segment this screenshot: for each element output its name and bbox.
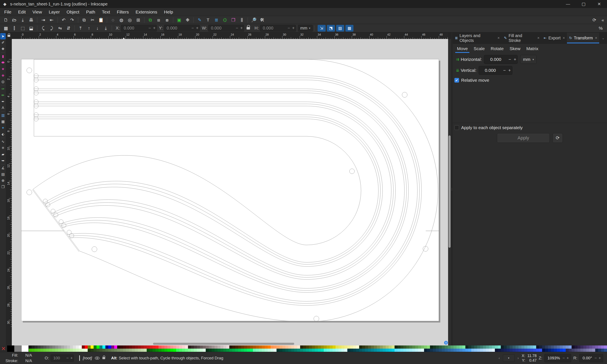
palette-swatch[interactable] bbox=[32, 345, 35, 349]
palette-swatch[interactable] bbox=[589, 349, 592, 352]
palette-swatch[interactable] bbox=[383, 349, 386, 352]
palette-swatch[interactable] bbox=[111, 345, 114, 349]
palette-swatch[interactable] bbox=[38, 345, 40, 349]
palette-swatch[interactable] bbox=[76, 349, 79, 352]
palette-swatch[interactable] bbox=[572, 349, 575, 352]
scale-stroke-toggle[interactable]: ⇲ bbox=[318, 25, 326, 32]
menu-text[interactable]: Text bbox=[99, 9, 113, 15]
palette-swatch[interactable] bbox=[592, 345, 595, 349]
palette-swatch[interactable] bbox=[211, 345, 214, 349]
palette-swatch[interactable] bbox=[67, 345, 70, 349]
transform-tab-rotate[interactable]: Rotate bbox=[488, 45, 506, 53]
palette-swatch[interactable] bbox=[67, 349, 70, 352]
palette-swatch[interactable] bbox=[58, 349, 61, 352]
palette-swatch[interactable] bbox=[557, 349, 560, 352]
lower-icon[interactable]: ↓ bbox=[93, 25, 102, 32]
lock-ratio-icon[interactable] bbox=[247, 27, 250, 29]
palette-swatch[interactable] bbox=[406, 349, 409, 352]
palette-swatch[interactable] bbox=[347, 345, 350, 349]
palette-swatch[interactable] bbox=[495, 349, 498, 352]
create-clone-icon[interactable]: ⧈ bbox=[155, 17, 163, 23]
palette-swatch[interactable] bbox=[120, 349, 123, 352]
palette-swatch[interactable] bbox=[300, 345, 303, 349]
palette-swatch[interactable] bbox=[415, 349, 418, 352]
palette-swatch[interactable] bbox=[129, 345, 132, 349]
h-field-plus[interactable]: + bbox=[291, 26, 296, 31]
palette-swatch[interactable] bbox=[170, 349, 173, 352]
palette-swatch[interactable] bbox=[380, 349, 383, 352]
relative-move-row[interactable]: ✔ Relative move bbox=[454, 78, 607, 83]
palette-swatch[interactable] bbox=[315, 349, 318, 352]
palette-swatch[interactable] bbox=[347, 349, 350, 352]
palette-swatch[interactable] bbox=[244, 345, 247, 349]
palette-swatch[interactable] bbox=[392, 349, 395, 352]
palette-swatch[interactable] bbox=[191, 345, 194, 349]
palette-swatch[interactable] bbox=[241, 345, 244, 349]
palette-swatch[interactable] bbox=[397, 345, 400, 349]
palette-swatch[interactable] bbox=[468, 345, 471, 349]
palette-swatch[interactable] bbox=[409, 349, 412, 352]
node-tool[interactable]: ✐ bbox=[0, 39, 6, 46]
palette-swatch[interactable] bbox=[548, 345, 551, 349]
palette-swatch[interactable] bbox=[515, 345, 518, 349]
palette-swatch[interactable] bbox=[64, 349, 67, 352]
palette-swatch[interactable] bbox=[439, 349, 442, 352]
palette-swatch[interactable] bbox=[421, 345, 424, 349]
palette-swatch[interactable] bbox=[259, 349, 262, 352]
palette-swatch[interactable] bbox=[563, 345, 566, 349]
palette-swatch[interactable] bbox=[471, 345, 474, 349]
palette-swatch[interactable] bbox=[312, 349, 315, 352]
dock-tab-transform[interactable]: ↻Transform× bbox=[567, 33, 599, 43]
palette-swatch[interactable] bbox=[197, 345, 200, 349]
palette-swatch[interactable] bbox=[524, 345, 527, 349]
transform-tab-move[interactable]: Move bbox=[455, 45, 470, 53]
palette-swatch[interactable] bbox=[46, 349, 49, 352]
x-field-plus[interactable]: + bbox=[152, 26, 157, 31]
palette-swatch[interactable] bbox=[362, 345, 365, 349]
palette-swatch[interactable] bbox=[374, 349, 377, 352]
palette-swatch[interactable] bbox=[294, 349, 297, 352]
palette-swatch[interactable] bbox=[179, 349, 182, 352]
rotation-plus-button[interactable]: + bbox=[598, 356, 602, 360]
rotate-view-icon[interactable]: ⟳ bbox=[590, 17, 599, 23]
palette-swatch[interactable] bbox=[279, 349, 282, 352]
palette-swatch[interactable] bbox=[64, 345, 67, 349]
redo-icon[interactable]: ↷ bbox=[68, 17, 76, 23]
relative-move-checkbox[interactable]: ✔ bbox=[454, 78, 459, 83]
palette-swatch[interactable] bbox=[513, 349, 515, 352]
palette-swatch[interactable] bbox=[342, 349, 344, 352]
palette-swatch[interactable] bbox=[386, 349, 389, 352]
palette-swatch[interactable] bbox=[507, 349, 510, 352]
vertical-value[interactable]: 0.000 bbox=[479, 68, 502, 73]
palette-swatch[interactable] bbox=[583, 345, 586, 349]
palette-swatch[interactable] bbox=[321, 345, 324, 349]
palette-swatch[interactable] bbox=[424, 345, 427, 349]
palette-swatch[interactable] bbox=[271, 345, 274, 349]
palette-swatch[interactable] bbox=[49, 349, 52, 352]
palette-swatch[interactable] bbox=[82, 345, 85, 349]
palette-swatch[interactable] bbox=[386, 345, 389, 349]
close-button[interactable]: ✕ bbox=[591, 0, 607, 8]
palette-swatch[interactable] bbox=[498, 349, 501, 352]
palette-swatch[interactable] bbox=[70, 349, 73, 352]
select-all-icon[interactable]: ▩ bbox=[2, 25, 10, 32]
palette-swatch[interactable] bbox=[344, 345, 347, 349]
palette-swatch[interactable] bbox=[93, 345, 96, 349]
rotate-cw-icon[interactable]: ⤸ bbox=[47, 25, 56, 32]
snap-indicator-icon[interactable]: ⊙ bbox=[444, 341, 448, 345]
palette-swatch[interactable] bbox=[277, 345, 279, 349]
y-field-plus[interactable]: + bbox=[195, 26, 199, 31]
palette-swatch[interactable] bbox=[592, 349, 595, 352]
w-field-minus[interactable]: − bbox=[235, 26, 239, 31]
dock-overflow-chevron[interactable]: ⌄ bbox=[599, 33, 607, 43]
palette-swatch[interactable] bbox=[536, 345, 539, 349]
vertical-plus-button[interactable]: + bbox=[507, 68, 512, 73]
palette-swatch[interactable] bbox=[542, 345, 545, 349]
xml-editor-icon[interactable]: ⌬ bbox=[221, 17, 229, 23]
palette-swatch[interactable] bbox=[427, 345, 430, 349]
palette-swatch[interactable] bbox=[274, 345, 277, 349]
palette-swatch[interactable] bbox=[40, 349, 43, 352]
palette-swatch[interactable] bbox=[306, 349, 309, 352]
palette-swatch[interactable] bbox=[315, 345, 318, 349]
palette-swatch[interactable] bbox=[61, 349, 64, 352]
